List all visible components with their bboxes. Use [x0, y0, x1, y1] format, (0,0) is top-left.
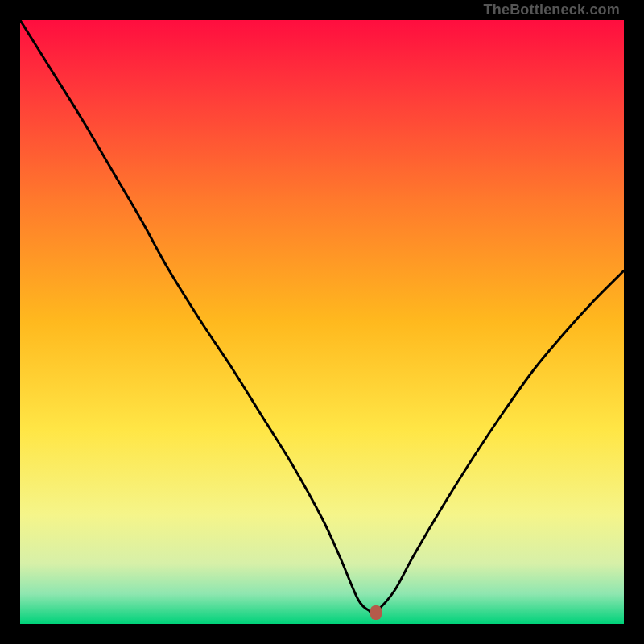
plot-area [20, 20, 624, 624]
heat-gradient [20, 20, 624, 624]
frame: TheBottleneck.com [0, 0, 644, 644]
watermark: TheBottleneck.com [484, 2, 620, 19]
optimum-marker [370, 605, 382, 620]
chart-svg [20, 20, 624, 624]
